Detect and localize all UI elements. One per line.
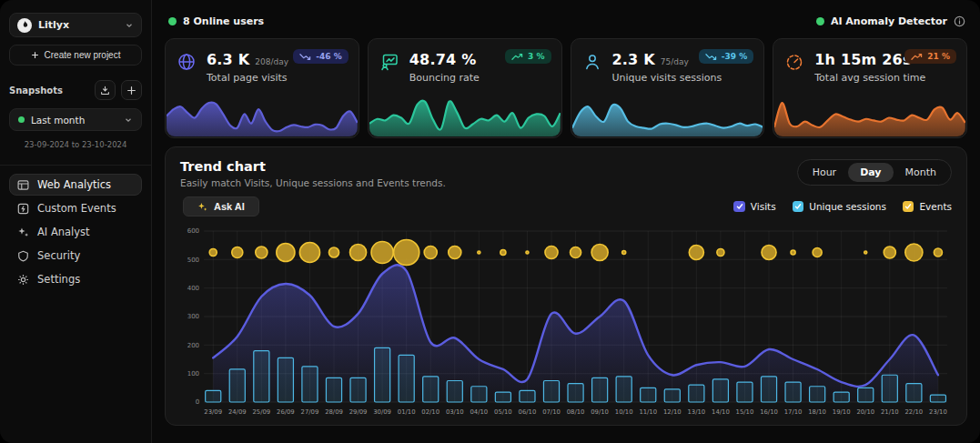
- svg-text:21/10: 21/10: [881, 408, 899, 416]
- svg-text:27/09: 27/09: [301, 408, 319, 416]
- svg-text:10/10: 10/10: [615, 408, 633, 416]
- project-selector[interactable]: Litlyx: [9, 13, 142, 37]
- svg-text:25/09: 25/09: [252, 408, 270, 416]
- globe-icon: [177, 51, 198, 84]
- sidebar: Litlyx Create new project Snapshots Last…: [0, 0, 152, 443]
- sidebar-divider: [0, 165, 151, 166]
- svg-text:24/09: 24/09: [228, 408, 247, 416]
- trend-down-icon: [299, 53, 311, 61]
- tab-hour[interactable]: Hour: [801, 163, 849, 182]
- shield-icon: [17, 250, 29, 262]
- export-snapshot-button[interactable]: [95, 80, 116, 100]
- topbar: 8 Online users AI Anomaly Detector: [165, 9, 967, 33]
- svg-text:23/10: 23/10: [929, 408, 947, 416]
- sidebar-item-ai-analyst[interactable]: AI Analyst: [9, 221, 142, 243]
- info-icon[interactable]: [954, 15, 965, 27]
- svg-text:200: 200: [187, 341, 199, 349]
- svg-text:600: 600: [187, 227, 199, 236]
- svg-text:01/10: 01/10: [398, 408, 416, 416]
- snapshot-date-range: 23-09-2024 to 23-10-2024: [9, 140, 142, 149]
- stat-cards-row: 6.3 K 208/day Total page visits -46 %: [165, 38, 967, 138]
- stat-value: 2.3 K: [612, 51, 655, 68]
- stat-value: 1h 15m 26s: [814, 51, 911, 68]
- svg-text:20/10: 20/10: [856, 408, 874, 416]
- trend-badge: -39 %: [699, 49, 753, 64]
- trend-up-icon: [511, 53, 523, 61]
- svg-text:05/10: 05/10: [494, 408, 512, 416]
- ai-anomaly-detector-status: AI Anomaly Detector: [816, 15, 965, 27]
- svg-text:15/10: 15/10: [736, 408, 754, 416]
- legend-unique-sessions[interactable]: Unique sessions: [793, 201, 886, 213]
- snapshot-period-selector[interactable]: Last month: [9, 108, 142, 131]
- svg-text:08/10: 08/10: [567, 408, 585, 416]
- svg-text:14/10: 14/10: [712, 408, 730, 416]
- check-icon: [904, 203, 912, 210]
- panel-subtitle: Easily match Visits, Unique sessions and…: [180, 177, 446, 188]
- selected-period: Last month: [31, 115, 117, 126]
- tab-day[interactable]: Day: [848, 163, 893, 182]
- svg-text:09/10: 09/10: [591, 408, 609, 416]
- snapshots-label: Snapshots: [9, 86, 89, 96]
- legend-events[interactable]: Events: [903, 201, 952, 213]
- checkbox-visits: [733, 201, 745, 213]
- litlyx-logo-icon: [17, 18, 32, 33]
- browser-layout-icon: [17, 179, 29, 191]
- stat-value: 48.74 %: [409, 51, 477, 68]
- stat-label: Total avg session time: [814, 72, 925, 84]
- bounce-board-icon: [379, 51, 401, 84]
- svg-text:16/10: 16/10: [760, 408, 778, 416]
- stat-card-total-page-visits: 6.3 K 208/day Total page visits -46 %: [165, 38, 359, 138]
- svg-text:11/10: 11/10: [639, 408, 657, 416]
- svg-text:28/09: 28/09: [325, 408, 343, 416]
- event-bolt-icon: [17, 203, 29, 215]
- chevron-down-icon: [124, 116, 133, 125]
- anomaly-status-dot: [816, 17, 824, 25]
- timer-icon: [784, 51, 806, 84]
- trend-down-icon: [705, 53, 717, 61]
- trend-badge: 21 %: [904, 49, 956, 64]
- panel-title: Trend chart: [180, 159, 446, 174]
- sparkline-chart: [369, 94, 561, 136]
- stat-label: Total page visits: [207, 72, 288, 84]
- main-content: 8 Online users AI Anomaly Detector: [152, 0, 980, 443]
- add-snapshot-button[interactable]: [121, 80, 142, 100]
- trend-chart-panel: Trend chart Easily match Visits, Unique …: [165, 146, 967, 426]
- sparkline-chart: [572, 94, 763, 136]
- svg-text:400: 400: [187, 284, 199, 292]
- trend-badge: 3 %: [505, 49, 551, 64]
- svg-text:06/10: 06/10: [519, 408, 537, 416]
- sidebar-item-security[interactable]: Security: [9, 245, 142, 267]
- checkbox-events: [903, 201, 914, 213]
- svg-text:18/10: 18/10: [808, 408, 826, 416]
- svg-text:0: 0: [196, 398, 199, 407]
- create-project-button[interactable]: Create new project: [9, 45, 142, 65]
- svg-text:17/10: 17/10: [784, 408, 803, 416]
- tab-month[interactable]: Month: [894, 163, 948, 182]
- stat-label: Bouncing rate: [409, 72, 482, 84]
- ask-ai-button[interactable]: Ask AI: [183, 196, 259, 216]
- trend-up-icon: [911, 53, 923, 61]
- sidebar-item-web-analytics[interactable]: Web Analytics: [9, 174, 142, 196]
- svg-text:500: 500: [187, 256, 199, 264]
- online-users-status: 8 Online users: [168, 15, 264, 27]
- stat-rate: 208/day: [255, 57, 288, 66]
- plus-icon: [31, 51, 39, 59]
- trend-chart[interactable]: 010020030040050060023/0924/0925/0926/092…: [180, 223, 952, 418]
- sparkline-chart: [167, 94, 358, 136]
- sparkline-chart: [774, 94, 965, 136]
- trend-badge: -46 %: [293, 49, 348, 64]
- svg-text:30/09: 30/09: [373, 408, 391, 416]
- plus-icon: [126, 86, 136, 96]
- person-icon: [582, 51, 604, 84]
- sidebar-item-settings[interactable]: Settings: [9, 268, 142, 290]
- svg-text:29/09: 29/09: [349, 408, 368, 416]
- sparkles-icon: [17, 227, 29, 238]
- sidebar-item-custom-events[interactable]: Custom Events: [9, 197, 142, 219]
- stat-value: 6.3 K: [207, 51, 249, 68]
- stat-card-bouncing-rate: 48.74 % Bouncing rate 3 %: [368, 38, 562, 138]
- stat-card-avg-session-time: 1h 15m 26s Total avg session time 21 %: [773, 38, 967, 138]
- svg-text:19/10: 19/10: [833, 408, 851, 416]
- online-status-dot: [168, 17, 177, 25]
- legend-visits[interactable]: Visits: [733, 201, 775, 213]
- svg-text:04/10: 04/10: [470, 408, 488, 416]
